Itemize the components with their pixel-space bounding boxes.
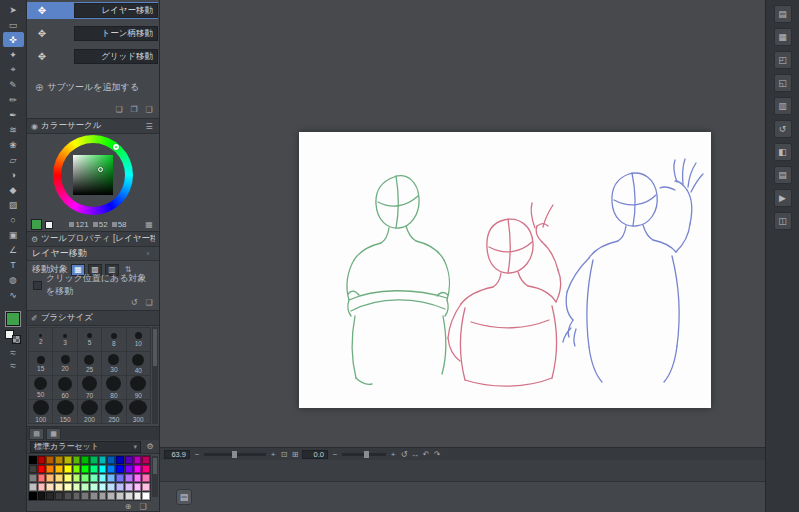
color-swatch[interactable] (125, 474, 133, 482)
color-swatch[interactable] (116, 465, 124, 473)
brush-size-cell[interactable]: 3 (53, 328, 76, 351)
navigator-panel-icon[interactable]: ◰ (774, 51, 792, 69)
color-swatch[interactable] (29, 474, 37, 482)
brush-size-cell[interactable]: 250 (102, 400, 125, 423)
brush-size-cell[interactable]: 300 (127, 400, 150, 423)
delete-color-icon[interactable]: ❑ (137, 501, 149, 512)
edit-color-set-icon[interactable]: ⚙ (144, 441, 156, 452)
line-correction-tool-icon[interactable]: ∿ (3, 287, 24, 302)
transparent-color-swatch[interactable] (12, 335, 21, 344)
selection-tool-icon[interactable]: ▭ (3, 17, 24, 32)
layer-panel-icon[interactable]: ▤ (774, 166, 792, 184)
color-swatch[interactable] (55, 456, 63, 464)
zoom-slider[interactable] (204, 453, 266, 456)
timeline-panel-icon[interactable]: ◫ (774, 212, 792, 230)
color-swatch[interactable] (90, 456, 98, 464)
text-tool-icon[interactable]: T (3, 257, 24, 272)
panel-menu-icon[interactable]: ☰ (143, 121, 155, 132)
color-swatch[interactable] (81, 492, 89, 500)
delete-subtool-icon[interactable]: ❑ (143, 104, 155, 115)
collapsed-panel-icon[interactable]: ▤ (176, 489, 192, 505)
undo-icon[interactable]: ↶ (422, 450, 430, 459)
color-swatch[interactable] (46, 483, 54, 491)
wave-icon[interactable]: ≈ (10, 348, 16, 357)
color-swatch[interactable] (90, 492, 98, 500)
rotation-value[interactable]: 0.0 (302, 450, 328, 459)
color-swatch[interactable] (125, 465, 133, 473)
sv-marker[interactable] (98, 167, 103, 172)
color-swatch[interactable] (29, 492, 37, 500)
color-set-dropdown[interactable]: 標準カラーセット ▾ (30, 441, 141, 453)
brush-size-cell[interactable]: 80 (102, 376, 125, 399)
color-swatch[interactable] (116, 474, 124, 482)
color-swatch[interactable] (46, 465, 54, 473)
color-swatch[interactable] (107, 456, 115, 464)
background-color-swatch[interactable] (45, 221, 53, 229)
brush-size-cell[interactable]: 40 (127, 352, 150, 375)
pencil-tool-icon[interactable]: ✏ (3, 92, 24, 107)
color-swatch[interactable] (107, 492, 115, 500)
color-swatch[interactable] (55, 483, 63, 491)
wave2-icon[interactable]: ≈ (10, 361, 16, 370)
color-swatch[interactable] (134, 474, 142, 482)
color-swatch[interactable] (38, 492, 46, 500)
color-swatch[interactable] (142, 492, 150, 500)
brush-size-cell[interactable]: 8 (102, 328, 125, 351)
color-swatch[interactable] (125, 492, 133, 500)
information-panel-icon[interactable]: ▥ (774, 97, 792, 115)
color-swatch[interactable] (99, 474, 107, 482)
airbrush-tool-icon[interactable]: ≋ (3, 122, 24, 137)
color-swatch[interactable] (73, 465, 81, 473)
gradient-tool-icon[interactable]: ▨ (3, 197, 24, 212)
color-swatch[interactable] (55, 474, 63, 482)
fit-screen-icon[interactable]: ⊡ (280, 450, 288, 459)
eyedropper-tool-icon[interactable]: ⌖ (3, 62, 24, 77)
brush-size-cell[interactable]: 15 (29, 352, 52, 375)
color-swatch[interactable] (29, 465, 37, 473)
brush-size-cell[interactable]: 100 (29, 400, 52, 423)
quick-access-panel-icon[interactable]: ▤ (774, 5, 792, 23)
decoration-tool-icon[interactable]: ❀ (3, 137, 24, 152)
color-swatch[interactable] (64, 474, 72, 482)
reset-rotation-icon[interactable]: ↺ (400, 450, 408, 459)
color-set-scrollbar[interactable] (152, 456, 158, 497)
color-swatch[interactable] (116, 492, 124, 500)
subtool-item[interactable]: ✥ レイヤー移動 (27, 2, 158, 19)
history-panel-icon[interactable]: ↺ (774, 120, 792, 138)
color-swatch[interactable] (81, 456, 89, 464)
color-swatch[interactable] (38, 474, 46, 482)
color-swatch[interactable] (38, 465, 46, 473)
color-swatch[interactable] (134, 456, 142, 464)
layer-property-panel-icon[interactable]: ◧ (774, 143, 792, 161)
color-swatch[interactable] (142, 474, 150, 482)
saturation-value-square[interactable] (73, 155, 113, 195)
new-subtool-icon[interactable]: ❏ (113, 104, 125, 115)
rotate-left-icon[interactable]: − (331, 450, 339, 459)
auto-action-panel-icon[interactable]: ▶ (774, 189, 792, 207)
brush-size-cell[interactable]: 10 (127, 328, 150, 351)
actual-size-icon[interactable]: ⊞ (291, 450, 299, 459)
zoom-out-icon[interactable]: − (193, 450, 201, 459)
color-swatch[interactable] (142, 465, 150, 473)
brush-size-cell[interactable]: 5 (78, 328, 101, 351)
flip-horizontal-icon[interactable]: ↔ (411, 450, 419, 459)
subtool-item[interactable]: ✥ トーン柄移動 (27, 25, 158, 42)
add-color-icon[interactable]: ⊕ (122, 501, 134, 512)
foreground-color-swatch[interactable] (31, 219, 42, 230)
rotation-slider[interactable] (342, 453, 386, 456)
rotate-right-icon[interactable]: + (389, 450, 397, 459)
brush-tool-icon[interactable]: ✒ (3, 107, 24, 122)
color-swatch[interactable] (64, 492, 72, 500)
color-swatch[interactable] (107, 474, 115, 482)
brush-size-cell[interactable]: 25 (78, 352, 101, 375)
color-swatch[interactable] (29, 456, 37, 464)
click-target-checkbox[interactable] (33, 281, 42, 290)
color-swatch[interactable] (81, 483, 89, 491)
color-swatch[interactable] (90, 465, 98, 473)
color-swatch[interactable] (142, 483, 150, 491)
frame-border-tool-icon[interactable]: ▣ (3, 227, 24, 242)
document-canvas[interactable] (299, 132, 711, 408)
color-swatch[interactable] (38, 456, 46, 464)
operation-tool-icon[interactable]: ➤ (3, 2, 24, 17)
layer-move-tool-icon[interactable]: ✜ (3, 32, 24, 47)
